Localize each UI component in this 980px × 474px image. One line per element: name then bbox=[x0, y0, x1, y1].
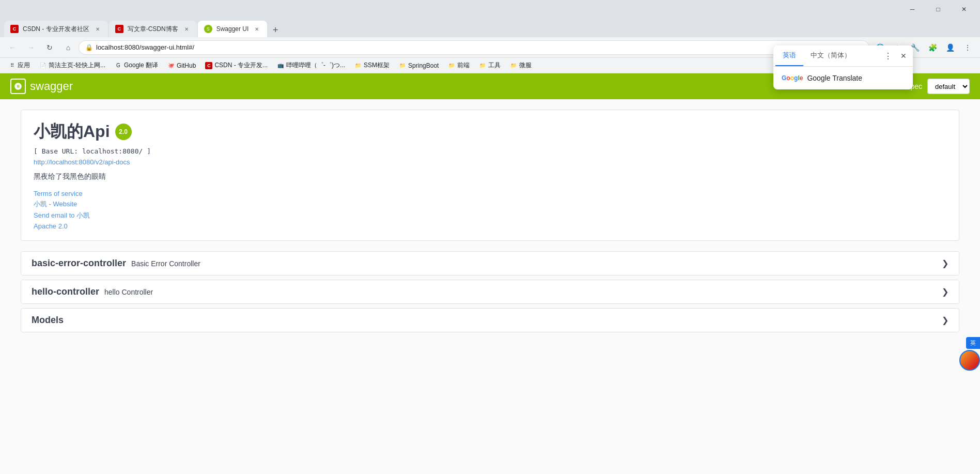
email-link[interactable]: Send email to 小凯 bbox=[34, 211, 946, 220]
swagger-body: 小凯的Api 2.0 [ Base URL: localhost:8080/ ]… bbox=[0, 99, 980, 474]
tab-csdn2-title: 写文章-CSDN博客 bbox=[128, 25, 178, 34]
spec-dropdown[interactable]: default bbox=[927, 79, 970, 94]
bookmark-ssm[interactable]: 📁 SSM框架 bbox=[350, 60, 394, 71]
minimize-button[interactable]: ─ bbox=[900, 0, 924, 19]
translate-popup: 英语 中文（简体） ⋮ ✕ Google Google Translate bbox=[773, 45, 913, 89]
tab-csdn2-close[interactable]: ✕ bbox=[182, 25, 191, 33]
new-tab-button[interactable]: + bbox=[268, 23, 283, 37]
google-logo: Google bbox=[782, 74, 803, 82]
tabs-bar: C CSDN - 专业开发者社区 ✕ C 写文章-CSDN博客 ✕ S Swag… bbox=[0, 19, 980, 37]
micro-icon: 📁 bbox=[510, 62, 517, 69]
home-button[interactable]: ⌂ bbox=[60, 39, 76, 56]
base-url: [ Base URL: localhost:8080/ ] bbox=[34, 147, 946, 155]
hello-controller-desc: hello Controller bbox=[104, 288, 153, 296]
api-info-block: 小凯的Api 2.0 [ Base URL: localhost:8080/ ]… bbox=[21, 110, 959, 241]
api-description: 黑夜给了我黑色的眼睛 bbox=[34, 172, 946, 181]
bookmark-jianfa[interactable]: 📄 简法主页-轻快上网... bbox=[35, 60, 110, 71]
bookmark-springboot-label: SpringBoot bbox=[408, 62, 439, 69]
hello-controller-name: hello-controller bbox=[32, 286, 99, 297]
title-bar: ─ □ ✕ bbox=[0, 0, 980, 19]
user-avatar-float bbox=[959, 350, 980, 371]
google-translate-icon: G bbox=[115, 62, 122, 69]
bookmark-github-label: GitHub bbox=[177, 62, 196, 69]
hello-controller-section: hello-controller hello Controller ❯ bbox=[21, 280, 959, 304]
bookmark-ssm-label: SSM框架 bbox=[364, 61, 390, 70]
menu-icon[interactable]: ⋮ bbox=[959, 39, 976, 56]
bookmark-apps[interactable]: ⠿ 应用 bbox=[4, 60, 34, 71]
bookmark-google-translate-label: Google 翻译 bbox=[124, 61, 158, 70]
github-icon: 🐙 bbox=[167, 62, 175, 69]
tab-swagger[interactable]: S Swagger UI ✕ bbox=[198, 21, 268, 37]
tab-swagger-title: Swagger UI bbox=[216, 25, 249, 33]
window-controls: ─ □ ✕ bbox=[900, 0, 976, 19]
tab-csdn1[interactable]: C CSDN - 专业开发者社区 ✕ bbox=[4, 21, 108, 37]
bookmark-micro[interactable]: 📁 微服 bbox=[506, 60, 536, 71]
swagger-icon bbox=[10, 79, 26, 94]
basic-error-chevron-icon: ❯ bbox=[942, 258, 948, 268]
translate-more-icon[interactable]: ⋮ bbox=[880, 47, 896, 65]
api-name: 小凯的Api bbox=[34, 120, 110, 143]
side-float: 英 bbox=[959, 337, 980, 371]
translate-tab-chinese[interactable]: 中文（简体） bbox=[803, 45, 858, 66]
bookmark-github[interactable]: 🐙 GitHub bbox=[163, 61, 200, 70]
back-button[interactable]: ← bbox=[4, 39, 21, 56]
apps-icon: ⠿ bbox=[8, 62, 15, 69]
jianfa-icon: 📄 bbox=[39, 62, 46, 69]
translate-header: 英语 中文（简体） ⋮ ✕ bbox=[773, 45, 913, 67]
basic-error-controller-desc: Basic Error Controller bbox=[131, 259, 200, 268]
website-link[interactable]: 小凯 - Website bbox=[34, 200, 946, 209]
reload-button[interactable]: ↻ bbox=[41, 39, 58, 56]
forward-button[interactable]: → bbox=[23, 39, 39, 56]
bili-icon: 📺 bbox=[277, 62, 284, 69]
translate-close-button[interactable]: ✕ bbox=[896, 48, 911, 64]
bookmark-csdn[interactable]: C CSDN - 专业开发... bbox=[201, 60, 272, 71]
models-header[interactable]: Models ❯ bbox=[21, 309, 959, 332]
frontend-icon: 📁 bbox=[448, 62, 455, 69]
version-badge: 2.0 bbox=[115, 124, 132, 140]
hello-controller-chevron-icon: ❯ bbox=[942, 287, 948, 297]
tab-swagger-close[interactable]: ✕ bbox=[253, 25, 261, 33]
swagger-title-text: swagger bbox=[30, 80, 73, 93]
tab-csdn1-close[interactable]: ✕ bbox=[94, 25, 102, 33]
lang-float-button[interactable]: 英 bbox=[966, 337, 980, 349]
bookmark-bili-label: 哔哩哔哩（゜-゜)つ... bbox=[286, 61, 345, 70]
address-bar[interactable]: 🔒 localhost:8080/swagger-ui.html#/ bbox=[79, 40, 869, 55]
models-section: Models ❯ bbox=[21, 308, 959, 332]
bookmark-frontend-label: 前端 bbox=[457, 61, 470, 70]
springboot-icon: 📁 bbox=[399, 62, 406, 69]
basic-error-controller-section: basic-error-controller Basic Error Contr… bbox=[21, 251, 959, 276]
lock-icon: 🔒 bbox=[85, 44, 93, 51]
bookmark-google-translate[interactable]: G Google 翻译 bbox=[111, 60, 162, 71]
api-docs-link[interactable]: http://localhost:8080/v2/api-docs bbox=[34, 158, 946, 166]
bookmark-springboot[interactable]: 📁 SpringBoot bbox=[395, 61, 443, 70]
bookmark-tools-label: 工具 bbox=[488, 61, 501, 70]
translate-tab-english[interactable]: 英语 bbox=[775, 45, 803, 66]
swagger-favicon: S bbox=[204, 25, 212, 33]
api-links: Terms of service 小凯 - Website Send email… bbox=[34, 190, 946, 230]
maximize-button[interactable]: □ bbox=[926, 0, 950, 19]
bookmark-micro-label: 微服 bbox=[519, 61, 532, 70]
csdn2-favicon: C bbox=[115, 25, 123, 33]
bookmark-tools[interactable]: 📁 工具 bbox=[475, 60, 505, 71]
tab-csdn1-title: CSDN - 专业开发者社区 bbox=[23, 25, 89, 34]
bookmark-bili[interactable]: 📺 哔哩哔哩（゜-゜)つ... bbox=[273, 60, 349, 71]
address-text: localhost:8080/swagger-ui.html#/ bbox=[96, 43, 194, 51]
bookmark-csdn-label: CSDN - 专业开发... bbox=[214, 61, 268, 70]
hello-controller-header[interactable]: hello-controller hello Controller ❯ bbox=[21, 280, 959, 303]
terms-of-service-link[interactable]: Terms of service bbox=[34, 190, 946, 197]
models-chevron-icon: ❯ bbox=[942, 315, 948, 325]
extension-icon2[interactable]: 🧩 bbox=[924, 39, 941, 56]
translate-body-text: Google Translate bbox=[807, 74, 862, 82]
csdn-bm-icon: C bbox=[205, 62, 212, 69]
ssm-icon: 📁 bbox=[354, 62, 362, 69]
license-link[interactable]: Apache 2.0 bbox=[34, 222, 946, 230]
bookmark-apps-label: 应用 bbox=[18, 61, 30, 70]
profile-icon[interactable]: 👤 bbox=[942, 39, 958, 56]
close-button[interactable]: ✕ bbox=[952, 0, 976, 19]
basic-error-controller-header[interactable]: basic-error-controller Basic Error Contr… bbox=[21, 252, 959, 275]
basic-error-controller-name: basic-error-controller bbox=[32, 258, 126, 269]
tab-csdn2[interactable]: C 写文章-CSDN博客 ✕ bbox=[109, 21, 197, 37]
models-title: Models bbox=[32, 315, 64, 326]
tools-icon: 📁 bbox=[479, 62, 486, 69]
bookmark-frontend[interactable]: 📁 前端 bbox=[444, 60, 474, 71]
